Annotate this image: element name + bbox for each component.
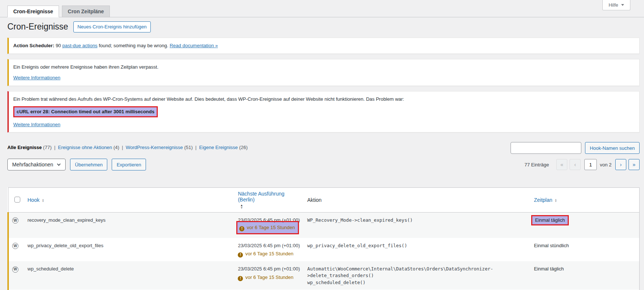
sort-by-schedule[interactable]: Zeitplan bbox=[534, 197, 557, 203]
search-hooks-button[interactable]: Hook-Namen suchen bbox=[585, 142, 640, 154]
action-callback: wp_scheduled_delete() bbox=[307, 279, 527, 286]
hook-name: recovery_mode_clean_expired_keys bbox=[24, 213, 234, 238]
add-cron-event-button[interactable]: Neues Cron-Ereignis hinzufügen bbox=[73, 21, 151, 32]
notice-text: found; something may be wrong. bbox=[99, 43, 168, 48]
filter-custom-events[interactable]: Eigene Ereignisse (26) bbox=[199, 145, 248, 150]
total-pages-label: von 2 bbox=[600, 162, 612, 168]
page-content: Cron-Ereignisse Neues Cron-Ereignis hinz… bbox=[0, 21, 644, 290]
tab-cron-events[interactable]: Cron-Ereignisse bbox=[7, 6, 59, 17]
annotation-schedule: Einmal täglich bbox=[531, 215, 569, 225]
page-title: Cron-Ereignisse bbox=[7, 21, 68, 32]
sort-icon bbox=[554, 198, 557, 202]
table-row: wp_scheduled_delete 23/03/2025 6:45 pm (… bbox=[8, 261, 640, 289]
sort-by-hook[interactable]: Hook bbox=[28, 197, 45, 203]
column-header-hook: Hook bbox=[24, 188, 234, 213]
notice-bold-label: Action Scheduler: bbox=[13, 43, 54, 48]
column-header-next-run: Nächste Ausführung (Berlin) bbox=[234, 188, 303, 213]
help-button[interactable]: Hilfe bbox=[602, 0, 630, 10]
past-due-actions-link[interactable]: past-due actions bbox=[62, 43, 97, 48]
tab-cron-schedules[interactable]: Cron Zeitpläne bbox=[62, 6, 110, 17]
past-due-label: vor 6 Tage 15 Stunden bbox=[245, 251, 293, 256]
chevron-down-icon bbox=[621, 4, 624, 6]
wordpress-icon bbox=[12, 217, 18, 224]
sort-ascending-icon bbox=[240, 204, 300, 209]
next-page-button[interactable]: › bbox=[615, 159, 626, 170]
warning-icon bbox=[238, 252, 243, 258]
entries-count: 77 Einträge bbox=[525, 162, 549, 168]
search-input[interactable] bbox=[511, 142, 581, 154]
cron-error-text: Ein Problem trat während des Aufrufs des… bbox=[13, 96, 635, 103]
past-due-count: 90 bbox=[56, 43, 61, 48]
filter-core-events[interactable]: WordPress-Kernereignisse (51) bbox=[126, 145, 193, 150]
column-header-action: Aktion bbox=[304, 188, 530, 213]
next-run-date: 23/03/2025 6:45 pm (+01:00) bbox=[238, 242, 300, 249]
export-button[interactable]: Exportieren bbox=[112, 159, 146, 170]
chevron-down-icon bbox=[57, 162, 61, 166]
read-documentation-link[interactable]: Read documentation » bbox=[170, 43, 218, 48]
wordpress-icon bbox=[12, 243, 18, 249]
last-page-button[interactable]: » bbox=[629, 159, 640, 170]
more-information-link[interactable]: Weitere Informationen bbox=[13, 75, 60, 80]
table-row: wp_privacy_delete_old_export_files 23/03… bbox=[8, 238, 640, 262]
schedule-label: Einmal täglich bbox=[535, 217, 565, 223]
previous-page-button[interactable]: ‹ bbox=[570, 159, 581, 170]
current-page-input[interactable] bbox=[584, 159, 597, 170]
action-scheduler-notice: Action Scheduler: 90 past-due actions fo… bbox=[7, 38, 640, 54]
schedule-label: Einmal täglich bbox=[534, 266, 564, 272]
past-due-label: vor 6 Tage 15 Stunden bbox=[247, 225, 295, 230]
missed-schedule-notice: Ein Ereignis oder mehrere Ereignisse hab… bbox=[7, 59, 640, 86]
help-label: Hilfe bbox=[609, 2, 618, 8]
filter-no-actions[interactable]: Ereignisse ohne Aktionen (4) bbox=[58, 145, 119, 150]
more-information-link-2[interactable]: Weitere Informationen bbox=[13, 122, 60, 127]
past-due-label: vor 6 Tage 15 Stunden bbox=[245, 275, 293, 280]
missed-schedule-text: Ein Ereignis oder mehrere Ereignisse hab… bbox=[13, 63, 635, 71]
next-run-date: 23/03/2025 6:45 pm (+01:00) bbox=[238, 266, 300, 272]
warning-icon bbox=[239, 226, 244, 231]
curl-error-highlight: cURL error 28: Connection timed out afte… bbox=[13, 106, 158, 117]
warning-icon bbox=[238, 276, 243, 281]
wordpress-icon bbox=[12, 266, 18, 273]
hook-name: wp_privacy_delete_old_export_files bbox=[24, 238, 234, 262]
tab-bar: Cron-Ereignisse Cron Zeitpläne bbox=[0, 0, 644, 17]
cron-error-notice: Ein Problem trat während des Aufrufs des… bbox=[7, 91, 640, 133]
schedule-label: Einmal stündlich bbox=[534, 243, 569, 248]
event-filters: Alle Ereignisse (77)|Ereignisse ohne Akt… bbox=[7, 142, 248, 150]
cron-events-table: Hook Nächste Ausführung (Berlin) Aktion … bbox=[7, 187, 640, 290]
pagination: 77 Einträge « ‹ von 2 › » bbox=[525, 159, 640, 170]
sort-icon bbox=[42, 198, 44, 202]
bulk-action-select[interactable]: Mehrfachaktionen bbox=[7, 159, 66, 170]
annotation-next-run: vor 6 Tage 15 Stunden bbox=[236, 221, 299, 234]
table-row: recovery_mode_clean_expired_keys 23/03/2… bbox=[8, 213, 640, 238]
action-callback: wp_privacy_delete_old_export_files() bbox=[307, 242, 527, 249]
action-callback: Automattic\WooCommerce\Internal\DataStor… bbox=[307, 266, 527, 279]
action-callback: WP_Recovery_Mode->clean_expired_keys() bbox=[307, 217, 527, 224]
sort-by-next-run[interactable]: Nächste Ausführung (Berlin) bbox=[238, 191, 300, 209]
first-page-button[interactable]: « bbox=[556, 159, 567, 170]
apply-button[interactable]: Übernehmen bbox=[70, 159, 107, 170]
select-all-checkbox[interactable] bbox=[14, 197, 20, 203]
hook-name: wp_scheduled_delete bbox=[24, 261, 234, 289]
filter-all-events[interactable]: Alle Ereignisse (77) bbox=[7, 145, 52, 150]
column-header-schedule: Zeitplan bbox=[530, 188, 640, 213]
